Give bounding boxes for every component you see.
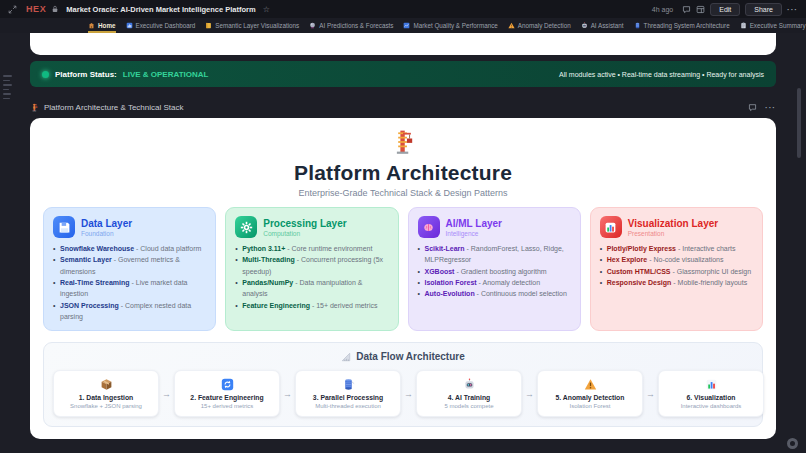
cell-comment-icon[interactable] — [748, 103, 757, 112]
architecture-cell: Platform Architecture Enterprise-Grade T… — [30, 118, 776, 439]
layer-items: Scikit-Learn - RandomForest, Lasso, Ridg… — [418, 243, 571, 300]
layer-card-data: Data Layer Foundation Snowflake Warehous… — [43, 207, 216, 331]
arrow-right-icon: → — [283, 389, 292, 399]
cell-title: Platform Architecture & Technical Stack — [44, 103, 183, 112]
favorite-star-icon[interactable]: ☆ — [263, 5, 270, 14]
list-item: Multi-Threading - Concurrent processing … — [235, 254, 388, 277]
comments-icon[interactable] — [682, 5, 691, 14]
list-item: Feature Engineering - 15+ derived metric… — [235, 300, 388, 311]
flow-step-visualization: 6. Visualization Interactive dashboards — [658, 370, 764, 417]
line-chart-icon — [403, 22, 410, 29]
list-item: Python 3.11+ - Core runtime environment — [235, 243, 388, 254]
home-icon — [88, 22, 95, 29]
notebook-canvas: Platform Status: LIVE & OPERATIONAL All … — [0, 33, 806, 453]
tab-executive-dashboard[interactable]: Executive Dashboard — [126, 22, 196, 33]
flow-step-anomaly-detection: 5. Anomaly Detection Isolation Forest — [537, 370, 643, 417]
brain-icon — [418, 216, 440, 238]
crane-icon — [389, 128, 417, 156]
tab-ai-predictions-forecasts[interactable]: AI Predictions & Forecasts — [309, 22, 393, 33]
lock-icon — [51, 5, 59, 13]
app-layout-icon[interactable] — [696, 5, 705, 14]
architecture-header: Platform Architecture Enterprise-Grade T… — [43, 128, 763, 198]
hex-logo[interactable]: HEX — [26, 4, 46, 14]
layer-items: Python 3.11+ - Core runtime environment … — [235, 243, 388, 311]
layer-role: Presentation — [628, 230, 718, 237]
thread-spool-icon — [300, 377, 396, 391]
tab-threading-system-architecture[interactable]: Threading System Architecture — [634, 22, 730, 33]
list-item: Real-Time Streaming - Live market data i… — [53, 277, 206, 300]
list-item: Auto-Evolution - Continuous model select… — [418, 288, 571, 299]
warning-icon — [542, 377, 638, 391]
tab-executive-summary[interactable]: Executive Summary — [740, 22, 806, 33]
arrow-right-icon: → — [646, 389, 655, 399]
layer-name: Processing Layer — [263, 218, 346, 230]
tab-anomaly-detection[interactable]: Anomaly Detection — [508, 22, 571, 33]
cell-more-icon[interactable]: ··· — [765, 103, 776, 112]
status-detail: All modules active • Real-time data stre… — [559, 71, 764, 78]
thread-spool-icon — [634, 22, 641, 29]
arrow-right-icon: → — [404, 389, 413, 399]
layer-name: AI/ML Layer — [446, 218, 503, 230]
layer-role: Computation — [263, 230, 346, 237]
package-icon — [58, 377, 154, 391]
layer-card-processing: Processing Layer Computation Python 3.11… — [225, 207, 398, 331]
page-title: Platform Architecture — [43, 161, 763, 185]
clipboard-icon — [740, 22, 747, 29]
list-item: Scikit-Learn - RandomForest, Lasso, Ridg… — [418, 243, 571, 266]
edit-button[interactable]: Edit — [710, 3, 740, 16]
list-item: JSON Processing - Complex nested data pa… — [53, 300, 206, 323]
previous-cell-partial — [30, 33, 776, 55]
triangle-ruler-icon — [341, 352, 351, 362]
flow-steps-row: 1. Data Ingestion Snowflake + JSON parsi… — [53, 370, 753, 417]
refresh-icon — [179, 377, 275, 391]
warning-icon — [508, 22, 515, 29]
list-item: XGBoost - Gradient boosting algorithm — [418, 266, 571, 277]
flow-step-feature-engineering: 2. Feature Engineering 15+ derived metri… — [174, 370, 280, 417]
list-item: Custom HTML/CSS - Glassmorphic UI design — [600, 266, 753, 277]
layer-cards-row: Data Layer Foundation Snowflake Warehous… — [43, 207, 763, 331]
tab-market-quality-performance[interactable]: Market Quality & Performance — [403, 22, 497, 33]
arrow-right-icon: → — [162, 389, 171, 399]
last-edited-timestamp: 4h ago — [652, 6, 673, 13]
data-flow-architecture: Data Flow Architecture 1. Data Ingestion… — [43, 342, 763, 427]
arrow-right-icon: → — [525, 389, 534, 399]
bar-chart-icon — [600, 216, 622, 238]
floppy-disk-icon — [53, 216, 75, 238]
list-item: Pandas/NumPy - Data manipulation & analy… — [235, 277, 388, 300]
share-button[interactable]: Share — [745, 3, 782, 16]
flow-title: Data Flow Architecture — [356, 351, 465, 362]
crystal-ball-icon — [309, 22, 316, 29]
expand-panels-icon[interactable] — [8, 5, 17, 14]
layer-card-visualization: Visualization Layer Presentation Plotly/… — [590, 207, 763, 331]
flow-step-ai-training: 4. AI Training 5 models compete — [416, 370, 522, 417]
tab-home[interactable]: Home — [88, 22, 116, 33]
page-subtitle: Enterprise-Grade Technical Stack & Desig… — [43, 188, 763, 198]
list-item: Snowflake Warehouse - Cloud data platfor… — [53, 243, 206, 254]
tab-semantic-layer-visualizations[interactable]: Semantic Layer Visualizations — [205, 22, 299, 33]
flow-step-parallel-processing: 3. Parallel Processing Multi-threaded ex… — [295, 370, 401, 417]
titlebar: HEX Market Oracle: AI-Driven Market Inte… — [0, 0, 806, 18]
platform-status-banner: Platform Status: LIVE & OPERATIONAL All … — [30, 61, 776, 87]
layer-items: Snowflake Warehouse - Cloud data platfor… — [53, 243, 206, 322]
robot-icon — [421, 377, 517, 391]
more-options-icon[interactable]: ··· — [787, 5, 798, 14]
layer-items: Plotly/Plotly Express - Interactive char… — [600, 243, 753, 288]
gear-icon — [235, 216, 257, 238]
flow-step-data-ingestion: 1. Data Ingestion Snowflake + JSON parsi… — [53, 370, 159, 417]
dashboard-icon — [126, 22, 133, 29]
status-value: LIVE & OPERATIONAL — [123, 70, 209, 79]
outline-minimap[interactable] — [3, 75, 12, 99]
status-label: Platform Status: — [55, 70, 117, 79]
layer-role: Foundation — [81, 230, 132, 237]
robot-icon — [581, 22, 588, 29]
scroll-to-position-button[interactable] — [787, 438, 798, 449]
layer-card-ai-ml: AI/ML Layer Intelligence Scikit-Learn - … — [408, 207, 581, 331]
scrollbar-thumb[interactable] — [797, 88, 801, 158]
crane-icon — [30, 103, 39, 112]
ledger-icon — [205, 22, 212, 29]
tab-ai-assistant[interactable]: AI Assistant — [581, 22, 624, 33]
list-item: Semantic Layer - Governed metrics & dime… — [53, 254, 206, 277]
list-item: Isolation Forest - Anomaly detection — [418, 277, 571, 288]
layer-name: Visualization Layer — [628, 218, 718, 230]
cell-header: Platform Architecture & Technical Stack … — [30, 100, 776, 115]
